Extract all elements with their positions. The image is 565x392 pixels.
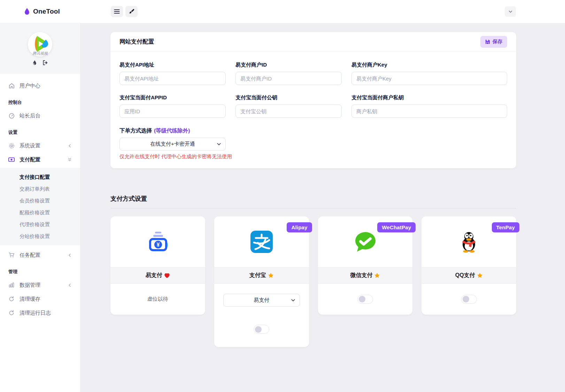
sidebar-item-clear-logs[interactable]: 清理运行日志	[0, 306, 80, 320]
submenu-item-member-price[interactable]: 会员价格设置	[0, 195, 80, 207]
wallet-yuan-icon: ¥	[146, 231, 170, 253]
sidebar-item-label: 支付配置	[20, 156, 40, 163]
sidebar-item-clear-cache[interactable]: 清理缓存	[0, 292, 80, 306]
payment-badge: WeChatPay	[377, 222, 416, 232]
alipay-channel-select[interactable]: 易支付	[223, 294, 300, 307]
bar-chart-icon	[8, 282, 15, 288]
chevron-down-icon	[291, 298, 296, 303]
sidebar-item-payment-config[interactable]: 支付配置	[0, 153, 80, 167]
order-method-warning: 仅允许在线支付时 代理中心生成的卡密将无法使用	[119, 153, 507, 160]
avatar: 腾讯视频	[28, 32, 52, 56]
selected-option: 易支付	[254, 297, 269, 303]
easypay-merchant-id-input[interactable]	[235, 72, 342, 85]
sidebar-item-data-management[interactable]: 数据管理	[0, 278, 80, 292]
theme-button[interactable]	[125, 6, 138, 17]
sidebar-item-user-center[interactable]: 用户中心	[0, 79, 80, 93]
sidebar-item-label: 用户中心	[20, 83, 40, 89]
payment-card-name: 微信支付	[350, 272, 372, 279]
sidebar-item-label: 系统设置	[20, 143, 40, 149]
star-icon	[477, 272, 483, 278]
chevron-down-icon	[508, 9, 513, 14]
brand: OneTool	[0, 8, 80, 15]
field-label: 支付宝当面付公钥	[235, 94, 342, 101]
form-field: 易支付商户Key	[351, 62, 507, 85]
payment-methods-title: 支付方式设置	[110, 194, 516, 203]
heart-icon	[164, 273, 170, 278]
payment-card-alipay: Alipay	[214, 216, 309, 347]
sidebar-nav: 用户中心 控制台 站长后台 设置 系统设置	[0, 74, 80, 320]
payment-card-name: 支付宝	[249, 272, 266, 279]
refresh-icon	[8, 296, 15, 302]
menu-icon	[114, 9, 120, 14]
order-method-block: 下单方式选择 (等级代练除外) 在线支付+卡密开通 仅允许在线支付时 代理中心生…	[119, 127, 507, 160]
water-drop-icon[interactable]	[32, 60, 37, 66]
sidebar-item-task-config[interactable]: 任务配置	[0, 248, 80, 262]
qq-penguin-icon	[458, 231, 480, 253]
droplet-icon	[24, 8, 30, 15]
wechat-toggle[interactable]	[357, 295, 373, 304]
payment-card-wechat: WeChatPay 微信支付	[318, 216, 413, 315]
payment-card-easypay: ¥ 易支付 虚位以待	[110, 216, 205, 315]
logout-icon[interactable]	[42, 60, 48, 66]
sidebar-item-system-settings[interactable]: 系统设置	[0, 139, 80, 153]
chevron-down-icon	[216, 141, 222, 147]
payment-methods-grid: ¥ 易支付 虚位以待 Alipay	[110, 216, 516, 347]
alipay-icon	[250, 231, 273, 253]
payment-badge: TenPay	[492, 222, 519, 232]
sidebar-profile-panel: 腾讯视频	[0, 23, 80, 74]
section-divider	[110, 208, 516, 208]
banknote-icon	[8, 157, 15, 162]
payment-card-name: 易支付	[146, 272, 162, 279]
sidebar-section-settings: 设置	[0, 129, 80, 136]
sidebar-toggle-button[interactable]	[111, 6, 123, 17]
alipay-appid-input[interactable]	[119, 105, 226, 118]
gauge-icon	[8, 113, 15, 119]
easypay-merchant-key-input[interactable]	[351, 72, 507, 85]
field-label: 支付宝当面付APPID	[119, 94, 226, 101]
main-content: 网站支付配置 保存 易支付API地址 易支付商户ID	[80, 23, 565, 392]
sidebar-section-manage: 管理	[0, 269, 80, 275]
submenu-item-order-list[interactable]: 交易订单列表	[0, 183, 80, 195]
sidebar-item-label: 清理运行日志	[20, 310, 51, 316]
alipay-toggle[interactable]	[254, 325, 269, 334]
card-title: 网站支付配置	[119, 38, 154, 46]
field-label: 易支付商户ID	[235, 62, 342, 68]
form-field: 支付宝当面付公钥	[235, 94, 342, 118]
svg-text:腾讯视频: 腾讯视频	[32, 51, 48, 55]
submenu-item-payment-interface[interactable]: 支付接口配置	[0, 171, 80, 183]
payment-submenu: 支付接口配置 交易订单列表 会员价格设置 配额价格设置 代理价格设置 分站价格设…	[0, 168, 80, 245]
save-icon	[485, 39, 490, 44]
submenu-item-agent-price[interactable]: 代理价格设置	[0, 218, 80, 230]
alipay-public-key-input[interactable]	[235, 105, 342, 118]
form-field: 易支付商户ID	[235, 62, 342, 85]
sidebar-item-label: 站长后台	[20, 113, 40, 119]
header-dropdown-button[interactable]	[505, 6, 516, 17]
form-field: 支付宝当面付商户私钥	[351, 94, 507, 118]
order-method-select[interactable]: 在线支付+卡密开通	[119, 138, 226, 151]
chevron-left-icon	[68, 283, 72, 287]
cart-icon	[8, 252, 15, 258]
alipay-private-key-input[interactable]	[351, 105, 507, 118]
selected-option: 在线支付+卡密开通	[150, 141, 195, 147]
sidebar-item-webmaster[interactable]: 站长后台	[0, 109, 80, 123]
payment-card-name: QQ支付	[455, 272, 475, 279]
sidebar-item-label: 任务配置	[20, 252, 40, 259]
top-header: OneTool	[0, 0, 565, 23]
sidebar-item-label: 数据管理	[20, 282, 40, 289]
sidebar-section-console: 控制台	[0, 99, 80, 106]
svg-text:¥: ¥	[156, 242, 160, 248]
qq-toggle[interactable]	[461, 295, 477, 304]
save-label: 保存	[493, 39, 502, 45]
easypay-api-input[interactable]	[119, 72, 226, 85]
double-chevron-down-icon	[68, 157, 72, 162]
field-label: 易支付商户Key	[351, 62, 507, 68]
submenu-item-quota-price[interactable]: 配额价格设置	[0, 207, 80, 218]
submenu-item-substation-price[interactable]: 分站价格设置	[0, 230, 80, 242]
wechat-icon	[354, 231, 376, 252]
payment-badge: Alipay	[287, 222, 312, 232]
order-method-note: (等级代练除外)	[154, 127, 190, 134]
brand-name: OneTool	[33, 8, 60, 15]
save-button[interactable]: 保存	[480, 36, 507, 48]
form-field: 易支付API地址	[119, 62, 226, 85]
gear-icon	[8, 143, 15, 149]
